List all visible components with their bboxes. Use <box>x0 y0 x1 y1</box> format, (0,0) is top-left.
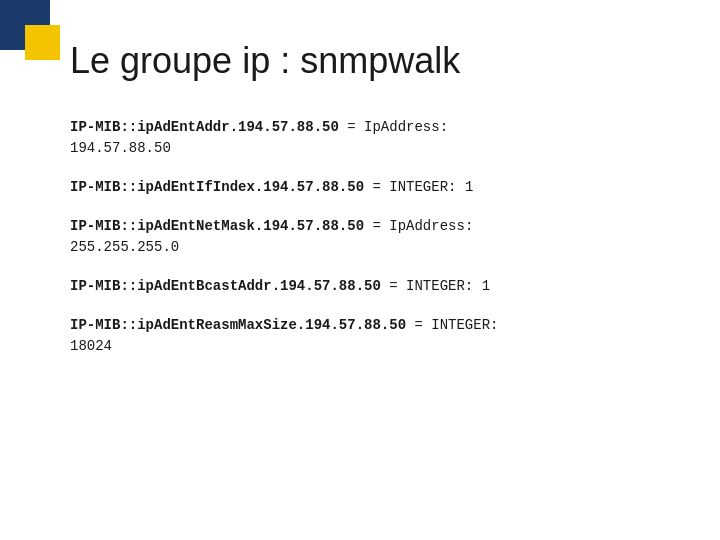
entry-2-rest: = INTEGER: 1 <box>364 179 473 195</box>
entry-2-bold: IP-MIB::ipAdEntIfIndex.194.57.88.50 <box>70 179 364 195</box>
corner-yellow <box>25 25 60 60</box>
entry-4-bold: IP-MIB::ipAdEntBcastAddr.194.57.88.50 <box>70 278 381 294</box>
entry-1-line1: IP-MIB::ipAdEntAddr.194.57.88.50 = IpAdd… <box>70 117 660 138</box>
entry-5-rest: = INTEGER: <box>406 317 498 333</box>
entry-4: IP-MIB::ipAdEntBcastAddr.194.57.88.50 = … <box>70 276 660 297</box>
entry-4-rest: = INTEGER: 1 <box>381 278 490 294</box>
entry-5: IP-MIB::ipAdEntReasmMaxSize.194.57.88.50… <box>70 315 660 357</box>
entry-3-line1: IP-MIB::ipAdEntNetMask.194.57.88.50 = Ip… <box>70 216 660 237</box>
entry-5-line1: IP-MIB::ipAdEntReasmMaxSize.194.57.88.50… <box>70 315 660 336</box>
entry-1-bold: IP-MIB::ipAdEntAddr.194.57.88.50 <box>70 119 339 135</box>
entry-3: IP-MIB::ipAdEntNetMask.194.57.88.50 = Ip… <box>70 216 660 258</box>
corner-decoration <box>0 0 60 60</box>
entry-1: IP-MIB::ipAdEntAddr.194.57.88.50 = IpAdd… <box>70 117 660 159</box>
slide-title: Le groupe ip : snmpwalk <box>70 40 660 82</box>
entry-2: IP-MIB::ipAdEntIfIndex.194.57.88.50 = IN… <box>70 177 660 198</box>
entry-1-line2: 194.57.88.50 <box>70 138 660 159</box>
entry-4-line1: IP-MIB::ipAdEntBcastAddr.194.57.88.50 = … <box>70 276 660 297</box>
slide-container: Le groupe ip : snmpwalk IP-MIB::ipAdEntA… <box>0 0 720 540</box>
entry-3-rest: = IpAddress: <box>364 218 473 234</box>
entry-2-line1: IP-MIB::ipAdEntIfIndex.194.57.88.50 = IN… <box>70 177 660 198</box>
entry-5-line2: 18024 <box>70 336 660 357</box>
content-area: IP-MIB::ipAdEntAddr.194.57.88.50 = IpAdd… <box>70 117 660 357</box>
entry-5-bold: IP-MIB::ipAdEntReasmMaxSize.194.57.88.50 <box>70 317 406 333</box>
entry-1-rest: = IpAddress: <box>339 119 448 135</box>
entry-3-line2: 255.255.255.0 <box>70 237 660 258</box>
entry-3-bold: IP-MIB::ipAdEntNetMask.194.57.88.50 <box>70 218 364 234</box>
